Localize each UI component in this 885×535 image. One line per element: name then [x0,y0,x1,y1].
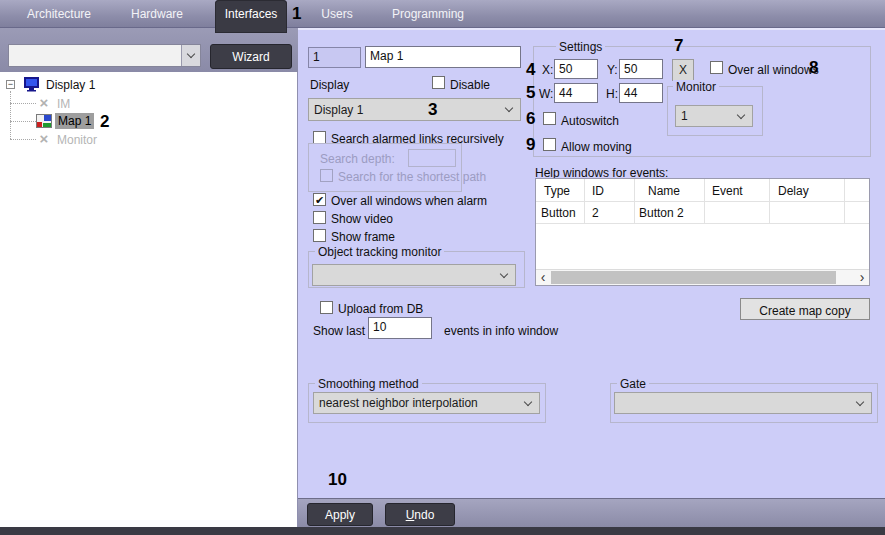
tab-users[interactable]: Users [307,0,367,28]
annotation-1: 1 [292,5,301,22]
chevron-down-icon [498,108,520,111]
shortest-path-label: Search for the shortest path [338,170,486,184]
annotation-5: 5 [526,84,535,101]
gate-label: Gate [617,377,649,391]
col-name[interactable]: Name [648,184,680,198]
chevron-down-icon [849,402,871,405]
upload-db-label: Upload from DB [338,302,423,316]
over-all-alarm-checkbox[interactable]: ✔ [313,193,326,206]
scroll-right-icon[interactable]: › [855,270,869,285]
col-id[interactable]: ID [592,184,604,198]
map-icon [36,114,52,131]
settings-panel: 1 Map 1 Display Disable Display 1 3 Sear… [298,28,885,498]
over-all-windows-checkbox[interactable] [710,61,723,74]
search-depth-label: Search depth: [320,152,395,166]
object-tracking-label: Object tracking monitor [315,245,444,259]
table-row-cell[interactable]: Button [541,206,576,220]
show-last-suffix: events in info window [444,324,558,338]
x-field[interactable]: 50 [554,59,598,79]
wizard-button[interactable]: Wizard [210,44,292,69]
undo-button[interactable]: Undo [385,503,455,526]
map-name-field[interactable]: Map 1 [365,46,521,68]
col-type[interactable]: Type [544,184,570,198]
x-icon: × [37,96,51,110]
show-last-field[interactable]: 10 [368,317,432,339]
display-label: Display [310,78,349,92]
tree-item-display1[interactable]: Display 1 [46,78,95,92]
apply-button[interactable]: Apply [307,503,373,526]
monitor-label: Monitor [673,80,719,94]
annotation-10: 10 [328,471,347,488]
show-frame-checkbox[interactable] [313,229,326,242]
help-events-table: Type ID Name Event Delay Button 2 Button… [535,178,870,286]
left-toolbar: Wizard [0,28,298,72]
allow-moving-checkbox[interactable] [543,138,556,151]
tab-bar: Architecture Hardware Interfaces Users P… [0,0,885,28]
x-label: X: [542,63,553,77]
scroll-left-icon[interactable]: ‹ [536,270,550,285]
show-frame-label: Show frame [331,230,395,244]
upload-db-checkbox[interactable] [320,301,333,314]
over-all-windows-label: Over all windows [728,63,819,77]
chevron-down-icon [517,402,539,405]
smoothing-value: nearest neighbor interpolation [314,396,517,410]
col-event[interactable]: Event [712,184,743,198]
tree-connector [10,121,36,122]
tree-item-monitor[interactable]: Monitor [57,133,97,147]
show-video-checkbox[interactable] [313,211,326,224]
scrollbar-thumb[interactable] [551,271,836,284]
app-window: Architecture Hardware Interfaces Users P… [0,0,885,535]
disable-label: Disable [450,78,490,92]
tree-item-map1[interactable]: Map 1 [55,113,94,129]
undo-label: Undo [386,508,454,522]
smoothing-dropdown[interactable]: nearest neighbor interpolation [313,392,540,414]
object-select-combo[interactable] [8,44,201,67]
tab-architecture[interactable]: Architecture [14,0,104,28]
disable-checkbox[interactable] [432,76,445,89]
display-dropdown[interactable]: Display 1 [308,98,521,121]
search-depth-field[interactable] [408,149,456,167]
autoswitch-checkbox[interactable] [543,112,556,125]
object-tracking-dropdown[interactable] [312,264,516,286]
w-label: W: [539,87,553,101]
autoswitch-label: Autoswitch [561,114,619,128]
annotation-9: 9 [526,136,535,153]
tree-item-im[interactable]: IM [57,97,70,111]
annotation-4: 4 [526,61,535,78]
w-field[interactable]: 44 [554,83,598,103]
table-row-cell[interactable]: 2 [592,206,599,220]
display-icon [23,76,41,95]
allow-moving-label: Allow moving [561,140,632,154]
tab-hardware[interactable]: Hardware [112,0,202,28]
tree-connector-vertical [10,91,11,139]
close-x-button[interactable]: X [672,59,694,81]
check-icon: ✔ [315,194,324,206]
show-video-label: Show video [331,212,393,226]
gate-dropdown[interactable] [614,392,872,414]
chevron-down-icon[interactable] [181,45,200,66]
tree-collapse-icon[interactable]: − [6,80,15,89]
annotation-2: 2 [100,113,109,130]
shortest-path-checkbox[interactable] [320,169,333,182]
annotation-3: 3 [428,101,437,118]
table-row-cell[interactable]: Button 2 [639,206,684,220]
map-id-field[interactable]: 1 [308,47,361,68]
over-all-alarm-label: Over all windows when alarm [331,194,487,208]
col-delay[interactable]: Delay [778,184,809,198]
tree-connector [10,139,36,140]
x-icon: × [37,132,51,146]
show-last-label: Show last [313,324,365,338]
display-dropdown-value: Display 1 [309,103,498,117]
table-hscrollbar[interactable]: ‹ › [536,269,869,285]
y-field[interactable]: 50 [619,59,663,79]
smoothing-label: Smoothing method [315,377,422,391]
footer-bar: Apply Undo [298,498,885,528]
create-map-copy-button[interactable]: Create map copy [740,298,870,320]
tab-programming[interactable]: Programming [383,0,473,28]
monitor-dropdown-value: 1 [676,109,730,123]
monitor-dropdown[interactable]: 1 [675,105,753,127]
annotation-7: 7 [674,37,683,54]
h-field[interactable]: 44 [619,83,663,103]
tab-interfaces[interactable]: Interfaces [215,0,287,33]
tree-connector [10,103,36,104]
